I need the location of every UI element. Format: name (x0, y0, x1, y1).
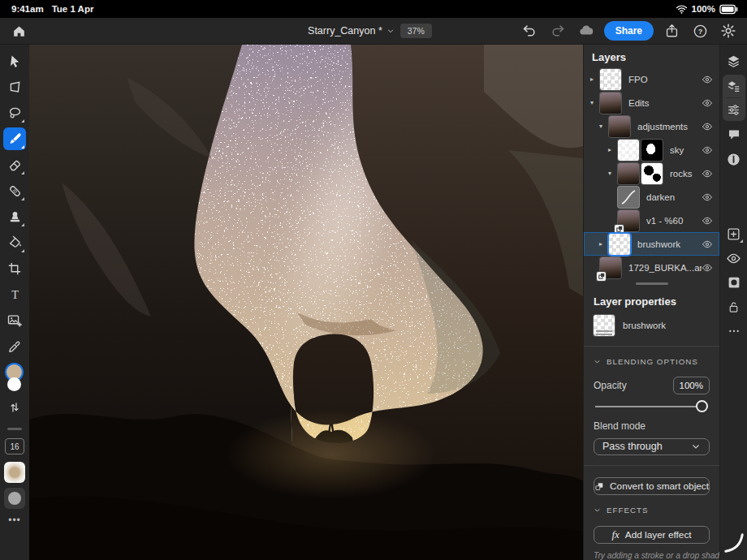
layer-visibility-eye-icon[interactable] (702, 121, 713, 132)
layer-mask-button[interactable] (723, 271, 745, 294)
brush-size-field[interactable]: 16 (5, 438, 24, 454)
brush-shape-preview[interactable] (4, 488, 25, 509)
expand-arrow-icon[interactable]: ▸ (590, 75, 600, 83)
eyedropper-tool[interactable] (3, 335, 26, 358)
add-layer-effect-button[interactable]: fx Add layer effect (594, 526, 710, 544)
document-title[interactable]: Starry_Canyon * (308, 25, 395, 37)
layer-row-rocks[interactable]: ▾rocks (584, 162, 719, 185)
fill-tool[interactable] (3, 231, 26, 254)
swap-colors-button[interactable] (3, 398, 26, 416)
blend-mode-label: Blend mode (594, 420, 710, 432)
layer-visibility-eye-icon[interactable] (702, 168, 713, 179)
status-bar: 9:41am Tue 1 Apr 100% (0, 0, 747, 18)
home-button[interactable] (8, 20, 29, 41)
layer-thumbnail[interactable] (618, 140, 639, 161)
layer-row-edits[interactable]: ▾Edits (584, 91, 719, 114)
layer-visibility-eye-icon[interactable] (702, 192, 713, 203)
background-color-swatch[interactable] (7, 377, 21, 391)
layer-properties-title: Layer properties (594, 295, 710, 308)
app-toolbar: Starry_Canyon * 37% Share ? (0, 18, 747, 45)
cloud-sync-icon[interactable] (576, 20, 597, 41)
undo-button[interactable] (519, 20, 540, 41)
lock-layer-button[interactable] (723, 295, 745, 318)
color-swatches[interactable] (4, 364, 25, 395)
lasso-tool[interactable] (3, 101, 26, 124)
collapse-arrow-icon[interactable]: ▾ (608, 170, 618, 177)
comments-icon[interactable] (723, 123, 745, 146)
layer-thumbnail[interactable] (609, 234, 630, 255)
info-icon[interactable] (723, 148, 745, 170)
tool-rail: T 16 ••• (0, 45, 29, 560)
document-canvas[interactable] (29, 45, 583, 560)
expand-arrow-icon[interactable]: ▸ (608, 146, 618, 153)
layer-list-panel-icon[interactable] (723, 75, 745, 97)
eraser-tool[interactable] (3, 153, 26, 176)
layer-visibility-eye-icon[interactable] (702, 74, 713, 85)
convert-to-smart-object-button[interactable]: Convert to smart object (594, 477, 710, 495)
place-image-tool[interactable] (3, 309, 26, 332)
healing-brush-tool[interactable] (3, 179, 26, 202)
share-button[interactable]: Share (604, 21, 654, 41)
layer-row-sky[interactable]: ▸sky (584, 138, 719, 162)
more-layer-options-button[interactable] (723, 320, 745, 342)
add-layer-button[interactable] (723, 222, 745, 245)
adjustments-panel-icon[interactable] (723, 98, 745, 121)
layer-row-1729-burka-anced-nr33[interactable]: 1729_BURKA...anced-NR33 (584, 256, 719, 279)
effects-header[interactable]: EFFECTS (594, 506, 710, 515)
export-button[interactable] (661, 20, 682, 41)
svg-text:?: ? (697, 27, 702, 35)
layer-thumbnail[interactable] (618, 187, 639, 208)
brush-tool[interactable] (3, 127, 26, 150)
collapse-arrow-icon[interactable]: ▾ (599, 123, 609, 130)
layer-thumbnail[interactable] (600, 69, 621, 90)
clone-stamp-tool[interactable] (3, 205, 26, 228)
layer-visibility-eye-icon[interactable] (702, 144, 713, 156)
layer-thumbnail[interactable] (600, 93, 621, 114)
layer-visibility-eye-icon[interactable] (702, 262, 713, 274)
photoshop-ipad-app: 9:41am Tue 1 Apr 100% Starry_Canyon * 37… (0, 0, 747, 560)
layer-row-v1-60[interactable]: v1 - %60 (584, 209, 719, 232)
layer-properties-section: Layer properties brushwork BLENDING OPTI… (584, 285, 719, 560)
battery-percent: 100% (692, 4, 715, 14)
layers-panel-icon[interactable] (723, 50, 745, 72)
layer-thumbnail[interactable] (618, 210, 639, 231)
brush-tip-preview[interactable] (4, 462, 25, 483)
layer-row-fpo[interactable]: ▸FPO (584, 67, 719, 91)
blend-mode-select[interactable]: Pass through (594, 438, 710, 456)
layer-row-darken[interactable]: darken (584, 185, 719, 209)
redo-button[interactable] (547, 20, 568, 41)
blending-options-header[interactable]: BLENDING OPTIONS (594, 357, 710, 366)
layer-thumbnail[interactable] (600, 257, 621, 278)
svg-text:T: T (11, 288, 19, 301)
layer-mask-thumbnail[interactable] (641, 140, 663, 161)
layer-thumbnail[interactable] (609, 116, 630, 137)
smart-object-badge (597, 272, 606, 281)
layer-thumbnail[interactable] (618, 163, 639, 184)
settings-gear-button[interactable] (718, 20, 739, 41)
type-tool[interactable]: T (3, 283, 26, 306)
layer-row-adjustments[interactable]: ▾adjustments (584, 114, 719, 138)
layer-visibility-eye-icon[interactable] (702, 215, 713, 226)
layer-visibility-button[interactable] (723, 247, 745, 269)
layers-panel-title: Layers (592, 51, 719, 63)
layer-visibility-eye-icon[interactable] (702, 97, 713, 109)
layer-row-brushwork[interactable]: ▸brushwork (584, 232, 719, 256)
layer-visibility-eye-icon[interactable] (702, 239, 713, 250)
opacity-slider[interactable] (595, 400, 708, 409)
more-tool-options-button[interactable]: ••• (8, 515, 21, 526)
help-button[interactable]: ? (689, 20, 710, 41)
crop-tool[interactable] (3, 257, 26, 280)
transform-tool[interactable] (3, 75, 26, 98)
expand-arrow-icon[interactable]: ▸ (599, 240, 609, 248)
collapse-arrow-icon[interactable]: ▾ (590, 99, 600, 106)
tool-options-drag-handle[interactable] (7, 428, 22, 430)
move-tool[interactable] (3, 50, 26, 72)
status-date: Tue 1 Apr (52, 4, 94, 14)
opacity-slider-handle[interactable] (696, 400, 708, 412)
opacity-label: Opacity (594, 380, 627, 391)
opacity-value-field[interactable]: 100% (673, 377, 710, 394)
status-time: 9:41am (11, 4, 44, 14)
layer-name: brushwork (637, 239, 702, 249)
layer-mask-thumbnail[interactable] (641, 163, 663, 184)
zoom-level-badge[interactable]: 37% (400, 24, 432, 38)
